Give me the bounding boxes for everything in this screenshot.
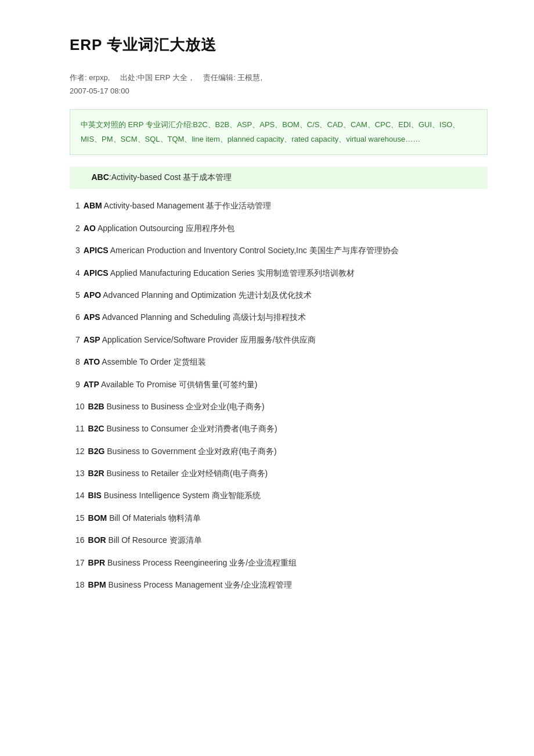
entry-full: Business to Business (106, 402, 183, 411)
entry-zh: 资源清单 (167, 535, 202, 545)
entry-zh: 业务/企业流程管理 (222, 580, 292, 589)
entry-full: Application Service/Software Provider (102, 335, 238, 344)
list-item: 14BIS Business Intelligence System 商业智能系… (70, 484, 488, 506)
entry-zh: 业务/企业流程重组 (227, 558, 297, 567)
entry-num: 8 (75, 357, 80, 366)
entry-num: 5 (75, 290, 80, 300)
title-rest: 专业词汇大放送 (102, 36, 217, 53)
entry-full: Business Process Management (109, 580, 223, 589)
list-item: 12B2G Business to Government 企业对政府(电子商务) (70, 440, 488, 462)
entry-zh: 高级计划与排程技术 (230, 312, 306, 322)
list-item: 10B2B Business to Business 企业对企业(电子商务) (70, 395, 488, 417)
list-item: 7ASP Application Service/Software Provid… (70, 329, 488, 351)
list-item: 18BPM Business Process Management 业务/企业流… (70, 574, 488, 596)
entry-num: 16 (75, 535, 85, 545)
list-item: 16BOR Bill Of Resource 资源清单 (70, 529, 488, 551)
entry-num: 6 (75, 312, 80, 322)
entry-full: American Production and Inventory Contro… (110, 246, 307, 255)
source-label: 出处:中国 ERP 大全， (120, 73, 194, 82)
entry-zh: 基于作业活动管理 (204, 201, 272, 210)
highlight-full-en: Activity-based Cost (111, 172, 181, 182)
intro-text: 中英文对照的 ERP 专业词汇介绍:B2C、B2B、ASP、APS、BOM、C/… (81, 120, 460, 143)
entry-abbr: APO (84, 290, 101, 300)
entry-full: Application Outsourcing (98, 224, 183, 233)
entry-full: Activity-based Management (104, 201, 204, 210)
highlight-row: ABC:Activity-based Cost 基于成本管理 (70, 167, 488, 189)
title-erp: ERP (70, 36, 102, 53)
entry-abbr: ABM (84, 201, 102, 210)
list-item: 3APICS American Production and Inventory… (70, 239, 488, 261)
entry-abbr: BOR (88, 535, 106, 545)
entry-num: 12 (75, 447, 85, 456)
entry-num: 7 (75, 335, 80, 344)
entry-full: Business to Consumer (106, 424, 188, 433)
entry-abbr: ATP (84, 380, 99, 389)
entry-full: Advanced Planning and Optimization (103, 290, 236, 300)
entry-zh: 定货组装 (171, 357, 206, 366)
entry-abbr: BOM (88, 513, 107, 523)
entry-full: Business Process Reengineering (107, 558, 227, 567)
list-item: 2AO Application Outsourcing 应用程序外包 (70, 217, 488, 239)
list-item: 8ATO Assemble To Order 定货组装 (70, 351, 488, 373)
entry-full: Bill Of Resource (109, 535, 167, 545)
entry-zh: 实用制造管理系列培训教材 (255, 268, 355, 278)
entry-abbr: B2G (88, 447, 105, 456)
entry-full: Applied Manufacturing Education Series (110, 268, 255, 278)
list-item: 4APICS Applied Manufacturing Education S… (70, 262, 488, 284)
entry-zh: 企业对消费者(电子商务) (188, 424, 277, 433)
entry-abbr: B2R (88, 469, 104, 478)
page-title: ERP 专业词汇大放送 (70, 35, 488, 55)
entry-abbr: ATO (84, 357, 100, 366)
entry-num: 4 (75, 268, 80, 278)
entry-full: Bill Of Materials (109, 513, 166, 523)
entry-full: Business to Retailer (106, 469, 179, 478)
entry-abbr: BIS (88, 491, 102, 500)
highlight-full-zh: 基于成本管理 (181, 172, 232, 182)
entry-num: 10 (75, 402, 85, 411)
entry-num: 17 (75, 558, 85, 567)
entry-full: Business to Government (107, 447, 196, 456)
entry-zh: 商业智能系统 (210, 491, 261, 500)
meta-date: 2007-05-17 08:00 (70, 87, 488, 95)
entry-full: Business Intelligence System (104, 491, 210, 500)
list-item: 5APO Advanced Planning and Optimization … (70, 284, 488, 306)
entry-full: Available To Promise (101, 380, 176, 389)
list-item: 6APS Advanced Planning and Scheduling 高级… (70, 306, 488, 328)
intro-box: 中英文对照的 ERP 专业词汇介绍:B2C、B2B、ASP、APS、BOM、C/… (70, 109, 488, 155)
entry-abbr: AO (84, 224, 96, 233)
entry-abbr: APICS (84, 268, 109, 278)
entry-abbr: ASP (84, 335, 100, 344)
entry-num: 9 (75, 380, 80, 389)
list-item: 17BPR Business Process Reengineering 业务/… (70, 552, 488, 574)
list-item: 11B2C Business to Consumer 企业对消费者(电子商务) (70, 417, 488, 440)
entry-zh: 企业对政府(电子商务) (196, 447, 277, 456)
list-item: 15BOM Bill Of Materials 物料清单 (70, 507, 488, 529)
entry-num: 13 (75, 469, 85, 478)
entry-abbr: APS (84, 312, 100, 322)
entry-num: 1 (75, 201, 80, 210)
highlight-term: ABC (91, 172, 109, 182)
list-item: 1ABM Activity-based Management 基于作业活动管理 (70, 195, 488, 217)
entry-zh: 先进计划及优化技术 (236, 290, 312, 300)
entry-zh: 应用服务/软件供应商 (238, 335, 316, 344)
entry-zh: 企业对企业(电子商务) (184, 402, 265, 411)
entry-num: 18 (75, 580, 85, 589)
entry-full: Advanced Planning and Scheduling (102, 312, 230, 322)
entry-zh: 美国生产与库存管理协会 (307, 246, 399, 255)
entry-abbr: BPM (88, 580, 106, 589)
meta-author: 作者: erpxp, 出处:中国 ERP 大全， 责任编辑: 王根慧, (70, 73, 488, 83)
entry-abbr: BPR (88, 558, 106, 567)
entry-zh: 企业对经销商(电子商务) (179, 469, 268, 478)
entry-num: 15 (75, 513, 85, 523)
entry-zh: 应用程序外包 (183, 224, 234, 233)
entry-abbr: APICS (84, 246, 109, 255)
entry-abbr: B2B (88, 402, 104, 411)
entry-num: 11 (75, 424, 85, 433)
editor-label: 责任编辑: 王根慧, (203, 73, 262, 82)
list-item: 9ATP Available To Promise 可供销售量(可签约量) (70, 373, 488, 395)
entry-abbr: B2C (88, 424, 104, 433)
entry-num: 14 (75, 491, 85, 500)
entry-num: 3 (75, 246, 80, 255)
entry-zh: 可供销售量(可签约量) (176, 380, 257, 389)
entry-full: Assemble To Order (102, 357, 171, 366)
